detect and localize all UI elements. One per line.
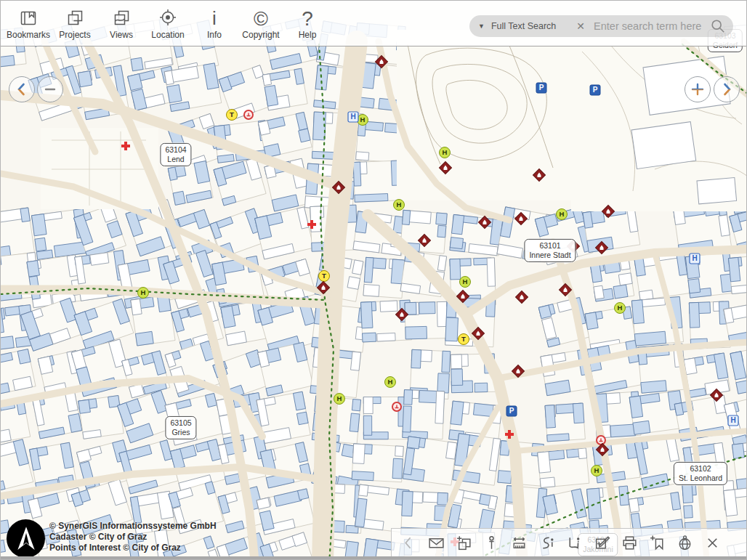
svg-text:H: H xyxy=(350,113,355,121)
rail-stop-marker[interactable] xyxy=(597,436,605,445)
bookmarks-button[interactable]: Bookmarks xyxy=(5,1,52,45)
projects-label: Projects xyxy=(59,30,90,40)
svg-text:H: H xyxy=(360,115,366,123)
bus-stop-marker[interactable]: H xyxy=(138,288,149,299)
redline-edit-icon xyxy=(593,534,611,552)
add-bookmark-button[interactable] xyxy=(643,530,671,556)
projects-button[interactable]: Projects xyxy=(52,1,98,45)
map-attribution: © SynerGIS Informationssysteme GmbH Cada… xyxy=(49,521,217,554)
hotel-marker[interactable]: H xyxy=(348,112,358,122)
bus-stop-marker[interactable]: H xyxy=(591,466,602,476)
attribution-line: Cadaster © City of Graz xyxy=(49,532,217,543)
svg-text:H: H xyxy=(692,254,697,262)
measure-button[interactable] xyxy=(505,530,533,556)
search-mode-label[interactable]: Full Text Search xyxy=(491,21,556,31)
global-locator-button[interactable] xyxy=(671,530,698,556)
parking-marker[interactable]: P xyxy=(590,85,600,95)
location-label: Location xyxy=(151,30,184,40)
zoom-out-button[interactable] xyxy=(37,76,63,102)
svg-text:H: H xyxy=(388,378,393,386)
svg-text:?: ? xyxy=(302,7,313,29)
parking-marker[interactable]: P xyxy=(536,83,546,93)
tram-stop-marker[interactable]: T xyxy=(227,110,238,121)
location-button[interactable]: Location xyxy=(145,1,191,45)
map-canvas[interactable]: TTTHHHHHHHHHHHHHPPP xyxy=(1,1,747,560)
svg-text:H: H xyxy=(397,200,402,208)
hotel-marker[interactable]: H xyxy=(690,253,700,264)
search-input[interactable] xyxy=(592,20,710,33)
bus-stop-marker[interactable]: H xyxy=(615,303,626,314)
pan-left-button[interactable] xyxy=(9,76,35,102)
bus-stop-marker[interactable]: H xyxy=(334,394,345,405)
help-label: Help xyxy=(299,30,317,40)
synergis-logo xyxy=(7,519,45,558)
bus-stop-marker[interactable]: H xyxy=(385,377,396,388)
identify-area-icon xyxy=(565,534,584,552)
svg-text:H: H xyxy=(443,148,448,156)
tram-stop-marker[interactable]: T xyxy=(319,271,330,282)
info-button[interactable]: i Info xyxy=(191,1,238,45)
search-clear-icon[interactable]: ✕ xyxy=(576,20,585,32)
copyright-button[interactable]: © Copyright xyxy=(238,1,284,45)
rail-stop-marker[interactable] xyxy=(392,402,401,411)
copy-selection-button[interactable] xyxy=(450,530,477,556)
bus-stop-marker[interactable]: H xyxy=(460,277,471,288)
district-label-lend: 63104Lend xyxy=(160,143,191,166)
window-bottom-edge xyxy=(1,556,746,559)
zoom-in-icon xyxy=(690,81,706,97)
synergis-logo-icon xyxy=(12,524,41,553)
print-icon xyxy=(621,534,639,552)
magnifier-icon[interactable] xyxy=(710,18,726,34)
bus-stop-marker[interactable]: H xyxy=(440,147,451,158)
pin-button[interactable] xyxy=(477,530,505,556)
parking-marker[interactable]: P xyxy=(506,406,517,416)
pan-back-button[interactable] xyxy=(395,530,422,556)
zoom-out-icon xyxy=(42,81,58,97)
svg-text:P: P xyxy=(539,84,544,92)
pan-right-button[interactable] xyxy=(714,76,740,102)
svg-text:H: H xyxy=(463,277,468,285)
pin-icon xyxy=(482,534,501,552)
info-label: Info xyxy=(207,30,222,40)
add-bookmark-icon xyxy=(648,534,666,552)
svg-text:P: P xyxy=(593,86,598,94)
hotel-marker[interactable]: H xyxy=(728,415,738,426)
print-button[interactable] xyxy=(615,530,643,556)
rail-stop-marker[interactable] xyxy=(244,110,253,119)
search-bar: ▼ Full Text Search ✕ xyxy=(469,15,733,37)
info-icon: i xyxy=(203,7,225,29)
redline-edit-button[interactable] xyxy=(588,530,615,556)
copyright-label: Copyright xyxy=(242,30,279,40)
webgis-app-window: TTTHHHHHHHHHHHHHPPP 63104Lend63101Innere… xyxy=(0,0,747,560)
identify-area-button[interactable] xyxy=(560,530,588,556)
views-button[interactable]: Views xyxy=(98,1,145,45)
close-toolbar-button[interactable] xyxy=(698,530,726,556)
location-icon xyxy=(157,7,179,29)
pan-back-icon xyxy=(400,534,418,552)
district-label-st-leonhard: 63102St. Leonhard xyxy=(674,462,727,485)
email-button[interactable] xyxy=(422,530,450,556)
bookmarks-label: Bookmarks xyxy=(7,30,50,40)
bus-stop-marker[interactable]: H xyxy=(557,209,568,220)
views-icon xyxy=(110,7,132,29)
zoom-in-button[interactable] xyxy=(685,76,711,102)
svg-text:P: P xyxy=(509,407,514,415)
help-button[interactable]: ? Help xyxy=(284,1,331,45)
tram-stop-marker[interactable]: T xyxy=(459,334,469,345)
svg-text:H: H xyxy=(337,394,342,402)
attribution-line: © SynerGIS Informationssysteme GmbH xyxy=(49,521,217,532)
bus-stop-marker[interactable]: H xyxy=(394,200,405,211)
svg-text:H: H xyxy=(560,210,565,218)
svg-text:H: H xyxy=(594,466,599,474)
svg-text:T: T xyxy=(461,335,466,343)
measure-icon xyxy=(510,534,528,552)
identify-line-icon xyxy=(538,534,556,552)
svg-text:i: i xyxy=(212,7,217,29)
district-label-gries: 63105Gries xyxy=(165,416,196,439)
email-icon xyxy=(427,534,445,552)
district-label-innere-stadt: 63101Innere Stadt xyxy=(524,239,576,262)
search-mode-dropdown-icon[interactable]: ▼ xyxy=(478,23,485,30)
bus-stop-marker[interactable]: H xyxy=(358,115,368,126)
identify-line-button[interactable] xyxy=(533,530,560,556)
svg-text:T: T xyxy=(322,272,326,280)
